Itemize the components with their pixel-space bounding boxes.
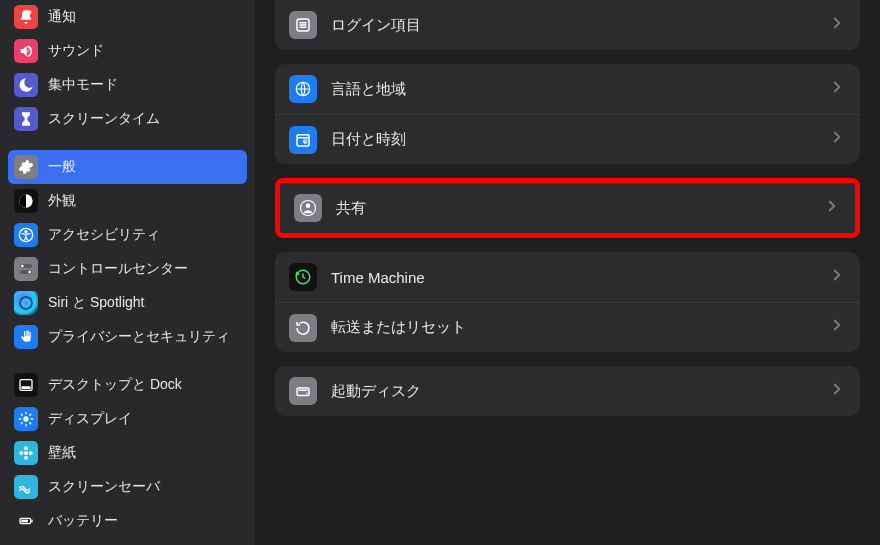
- sidebar-item[interactable]: 外観: [8, 184, 247, 218]
- svg-point-14: [24, 456, 28, 460]
- sidebar-item[interactable]: バッテリー: [8, 504, 247, 538]
- speaker-icon: [14, 39, 38, 63]
- sidebar-item[interactable]: 集中モード: [8, 68, 247, 102]
- globe-icon: [289, 75, 317, 103]
- sidebar-item-label: コントロールセンター: [48, 260, 188, 278]
- sidebar: 通知サウンド集中モードスクリーンタイム一般外観アクセシビリティコントロールセンタ…: [0, 0, 255, 545]
- list-icon: [289, 11, 317, 39]
- sidebar-item[interactable]: アクセシビリティ: [8, 218, 247, 252]
- svg-point-16: [29, 451, 33, 455]
- settings-row-label: Time Machine: [331, 269, 828, 286]
- settings-row-label: 言語と地域: [331, 80, 828, 99]
- sidebar-item[interactable]: デスクトップと Dock: [8, 368, 247, 402]
- chevron-right-icon: [828, 128, 846, 151]
- settings-row[interactable]: ログイン項目: [275, 0, 860, 50]
- settings-row-label: 日付と時刻: [331, 130, 828, 149]
- svg-rect-19: [21, 520, 28, 523]
- settings-group: Time Machine転送またはリセット: [275, 252, 860, 352]
- bell-badge-icon: [14, 5, 38, 29]
- svg-point-11: [23, 416, 28, 421]
- svg-point-8: [19, 296, 32, 309]
- svg-point-3: [25, 231, 27, 233]
- sidebar-item-label: スクリーンタイム: [48, 110, 160, 128]
- settings-row[interactable]: 言語と地域: [275, 64, 860, 114]
- person-icon: [294, 194, 322, 222]
- sidebar-item-label: デスクトップと Dock: [48, 376, 182, 394]
- chevron-right-icon: [828, 78, 846, 101]
- main-content: ログイン項目言語と地域日付と時刻共有Time Machine転送またはリセット起…: [255, 0, 880, 545]
- sidebar-item-label: バッテリー: [48, 512, 118, 530]
- brightness-icon: [14, 407, 38, 431]
- settings-row-label: 転送またはリセット: [331, 318, 828, 337]
- chevron-right-icon: [828, 316, 846, 339]
- svg-point-0: [27, 10, 31, 14]
- switches-icon: [14, 257, 38, 281]
- sidebar-item-label: 通知: [48, 8, 76, 26]
- sidebar-item-label: サウンド: [48, 42, 104, 60]
- sidebar-item[interactable]: サウンド: [8, 34, 247, 68]
- settings-row[interactable]: 日付と時刻: [275, 114, 860, 164]
- svg-rect-18: [31, 520, 32, 523]
- dock-icon: [14, 373, 38, 397]
- siri-icon: [14, 291, 38, 315]
- svg-point-12: [24, 451, 28, 455]
- svg-point-15: [19, 451, 23, 455]
- sidebar-item-label: Siri と Spotlight: [48, 294, 144, 312]
- hand-icon: [14, 325, 38, 349]
- settings-row[interactable]: Time Machine: [275, 252, 860, 302]
- sidebar-item[interactable]: プライバシーとセキュリティ: [8, 320, 247, 354]
- chevron-right-icon: [828, 14, 846, 37]
- sidebar-item[interactable]: 一般: [8, 150, 247, 184]
- calendar-icon: [289, 126, 317, 154]
- sidebar-item[interactable]: スクリーンセーバ: [8, 470, 247, 504]
- flower-icon: [14, 441, 38, 465]
- chevron-right-icon: [823, 197, 841, 220]
- settings-row-label: 起動ディスク: [331, 382, 828, 401]
- chevron-right-icon: [828, 266, 846, 289]
- svg-rect-22: [297, 134, 309, 145]
- settings-group: 言語と地域日付と時刻: [275, 64, 860, 164]
- settings-group: 起動ディスク: [275, 366, 860, 416]
- reset-icon: [289, 314, 317, 342]
- battery-icon: [14, 509, 38, 533]
- svg-point-7: [28, 271, 31, 274]
- sidebar-item[interactable]: 通知: [8, 0, 247, 34]
- sidebar-item-label: ディスプレイ: [48, 410, 132, 428]
- contrast-icon: [14, 189, 38, 213]
- wave-icon: [14, 475, 38, 499]
- sidebar-item-label: 一般: [48, 158, 76, 176]
- accessibility-icon: [14, 223, 38, 247]
- chevron-right-icon: [828, 380, 846, 403]
- sidebar-item[interactable]: Siri と Spotlight: [8, 286, 247, 320]
- sidebar-item-label: アクセシビリティ: [48, 226, 160, 244]
- sidebar-item-label: 外観: [48, 192, 76, 210]
- settings-group: ログイン項目: [275, 0, 860, 50]
- settings-row[interactable]: 共有: [280, 183, 855, 233]
- svg-point-13: [24, 446, 28, 450]
- sidebar-item-label: 壁紙: [48, 444, 76, 462]
- sidebar-item-label: プライバシーとセキュリティ: [48, 328, 230, 346]
- moon-icon: [14, 73, 38, 97]
- sidebar-item-label: スクリーンセーバ: [48, 478, 160, 496]
- svg-rect-27: [297, 388, 309, 396]
- svg-point-29: [306, 393, 308, 395]
- sidebar-item[interactable]: スクリーンタイム: [8, 102, 247, 136]
- clock-back-icon: [289, 263, 317, 291]
- svg-point-25: [306, 204, 311, 209]
- settings-row-label: 共有: [336, 199, 823, 218]
- gear-icon: [14, 155, 38, 179]
- settings-group: 共有: [275, 178, 860, 238]
- svg-point-5: [21, 265, 24, 268]
- sidebar-item-label: 集中モード: [48, 76, 118, 94]
- settings-row[interactable]: 起動ディスク: [275, 366, 860, 416]
- sidebar-item[interactable]: ディスプレイ: [8, 402, 247, 436]
- sidebar-item[interactable]: コントロールセンター: [8, 252, 247, 286]
- sidebar-item[interactable]: 壁紙: [8, 436, 247, 470]
- settings-row-label: ログイン項目: [331, 16, 828, 35]
- svg-rect-28: [299, 390, 308, 392]
- disk-icon: [289, 377, 317, 405]
- settings-row[interactable]: 転送またはリセット: [275, 302, 860, 352]
- hourglass-icon: [14, 107, 38, 131]
- svg-rect-10: [21, 386, 30, 389]
